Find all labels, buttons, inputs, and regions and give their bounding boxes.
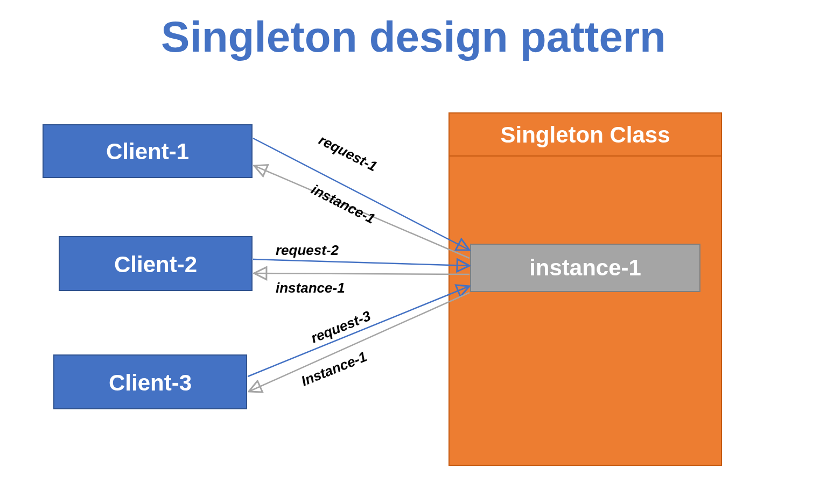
request-2-arrow bbox=[253, 259, 469, 266]
diagram-title: Singleton design pattern bbox=[161, 13, 666, 61]
singleton-class-title: Singleton Class bbox=[500, 122, 670, 147]
client-1-label: Client-1 bbox=[106, 139, 189, 164]
response-1-label: instance-1 bbox=[309, 181, 377, 227]
client-3-box: Client-3 bbox=[54, 355, 247, 409]
request-2-label: request-2 bbox=[276, 242, 339, 258]
client-3-label: Client-3 bbox=[109, 370, 192, 395]
response-2-label: instance-1 bbox=[276, 280, 345, 296]
client-1-box: Client-1 bbox=[43, 125, 252, 178]
response-2-arrow bbox=[254, 273, 469, 274]
singleton-container: Singleton Class instance-1 bbox=[449, 113, 721, 465]
client-2-box: Client-2 bbox=[59, 237, 252, 290]
client-2-label: Client-2 bbox=[114, 252, 197, 277]
singleton-instance-label: instance-1 bbox=[529, 255, 641, 280]
response-3-label: Instance-1 bbox=[299, 349, 369, 389]
response-3-arrow bbox=[249, 293, 469, 392]
diagram-root: Singleton design pattern Singleton Class… bbox=[0, 0, 827, 504]
request-1-label: request-1 bbox=[316, 132, 380, 175]
